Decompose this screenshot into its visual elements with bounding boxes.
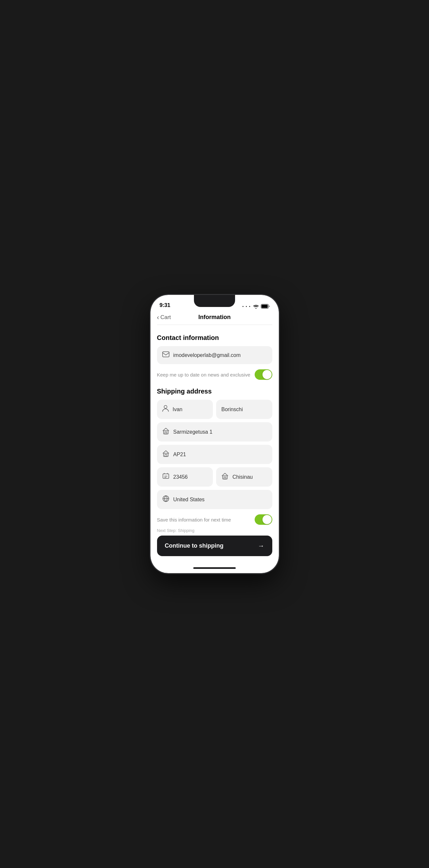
back-button[interactable]: ‹ Cart — [157, 313, 171, 321]
address2-value: AP21 — [173, 452, 186, 458]
back-chevron-icon: ‹ — [157, 313, 159, 321]
home-bar — [193, 567, 236, 569]
address1-value: Sarmizegetusa 1 — [173, 429, 213, 435]
back-label: Cart — [160, 314, 171, 321]
save-toggle-row: Save this information for next time — [157, 513, 272, 525]
wifi-icon — [253, 304, 259, 309]
battery-icon — [261, 304, 270, 309]
notch — [194, 295, 235, 307]
country-field[interactable]: United States — [157, 490, 272, 509]
person-icon — [162, 405, 169, 414]
home-icon-1 — [162, 428, 170, 436]
city-home-icon — [221, 472, 228, 482]
newsletter-toggle-knob — [263, 370, 272, 379]
signal-dots-icon: • • • — [242, 305, 251, 308]
svg-rect-7 — [165, 455, 167, 457]
status-time: 9:31 — [160, 302, 171, 309]
city-value: Chisinau — [233, 474, 253, 480]
svg-rect-4 — [163, 431, 168, 434]
svg-rect-6 — [163, 453, 168, 457]
save-toggle-label: Save this information for next time — [157, 517, 255, 523]
content-scroll[interactable]: Contact information imodeveloperlab@gmai… — [151, 325, 279, 525]
country-value: United States — [173, 497, 205, 503]
address1-field[interactable]: Sarmizegetusa 1 — [157, 422, 272, 441]
city-field[interactable]: Chisinau — [216, 467, 272, 487]
svg-rect-2 — [162, 352, 169, 357]
shipping-section-title: Shipping address — [157, 388, 272, 395]
zip-icon — [162, 472, 170, 482]
zip-field[interactable]: 23456 — [157, 467, 213, 487]
svg-rect-10 — [224, 477, 226, 479]
zip-city-row: 23456 Chisinau — [157, 467, 272, 487]
contact-section-title: Contact information — [157, 334, 272, 342]
home-indicator — [151, 563, 279, 573]
svg-rect-1 — [262, 305, 268, 308]
name-row: Ivan Borinschi — [157, 400, 272, 419]
zip-value: 23456 — [173, 474, 188, 480]
status-icons: • • • — [242, 304, 269, 309]
bottom-bar: Next Step: Shipping Continue to shipping… — [151, 525, 279, 563]
email-field[interactable]: imodeveloperlab@gmail.com — [157, 346, 272, 364]
save-toggle-knob — [263, 515, 272, 524]
svg-rect-5 — [165, 432, 167, 434]
first-name-field[interactable]: Ivan — [157, 400, 213, 419]
phone-frame: 9:31 • • • ‹ Cart Inform — [151, 295, 279, 573]
home-icon-2 — [162, 450, 170, 459]
next-step-label: Next Step: Shipping — [157, 528, 272, 533]
continue-btn-arrow-icon: → — [258, 542, 265, 550]
phone-screen: 9:31 • • • ‹ Cart Inform — [151, 295, 279, 573]
svg-rect-9 — [223, 476, 227, 479]
save-toggle[interactable] — [255, 514, 272, 525]
last-name-field[interactable]: Borinschi — [216, 400, 272, 419]
globe-icon — [162, 495, 170, 504]
continue-btn-label: Continue to shipping — [165, 542, 224, 549]
last-name-value: Borinschi — [221, 407, 243, 412]
first-name-value: Ivan — [173, 407, 183, 412]
newsletter-toggle-row: Keep me up to date on news and exclusive — [157, 367, 272, 385]
email-value: imodeveloperlab@gmail.com — [173, 352, 241, 358]
page-title: Information — [198, 314, 231, 321]
email-icon — [162, 351, 170, 359]
newsletter-label: Keep me up to date on news and exclusive — [157, 372, 255, 377]
svg-point-3 — [164, 406, 167, 408]
nav-bar: ‹ Cart Information — [151, 311, 279, 324]
address2-field[interactable]: AP21 — [157, 445, 272, 464]
newsletter-toggle[interactable] — [255, 369, 272, 380]
continue-to-shipping-button[interactable]: Continue to shipping → — [157, 535, 272, 556]
